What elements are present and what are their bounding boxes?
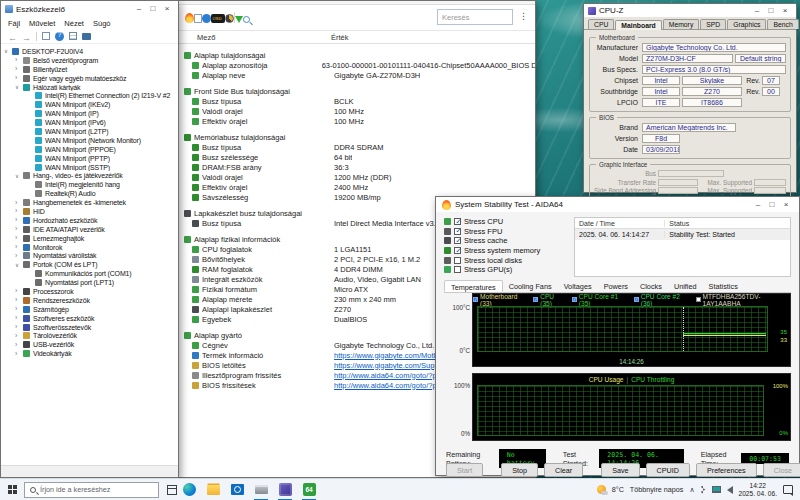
tree-item[interactable]: WAN Miniport (PPTP) — [1, 154, 178, 163]
dialog-button[interactable]: Start — [446, 463, 483, 477]
tree-item[interactable]: Rendszereszközök — [1, 296, 178, 305]
stress-checkbox[interactable] — [454, 237, 461, 244]
aida64-toolbar-icon[interactable] — [235, 16, 243, 23]
tree-item[interactable]: WAN Miniport (IP) — [1, 109, 178, 118]
tree-item[interactable]: WAN Miniport (IKEv2) — [1, 100, 178, 109]
taskbar-app-button[interactable] — [177, 479, 201, 500]
expander-icon[interactable] — [15, 341, 23, 349]
toolbar-icon[interactable] — [22, 27, 31, 45]
tree-item[interactable]: Belső vezérlőprogram — [1, 56, 178, 65]
taskbar-app-button[interactable] — [249, 479, 273, 500]
tray-expand-chevron-icon[interactable]: ∧ — [689, 486, 694, 494]
toolbar-icon[interactable] — [69, 32, 77, 40]
aida64-toolbar-icon[interactable] — [185, 13, 194, 23]
tab[interactable]: Cooling Fans — [503, 280, 558, 292]
toolbar-icon[interactable] — [36, 32, 37, 41]
device-manager-titlebar[interactable]: Eszközkezelő – □ × — [1, 1, 178, 17]
toolbar-icon[interactable] — [42, 32, 50, 40]
property-row[interactable]: Busz típusa BCLK — [179, 96, 535, 106]
expander-icon[interactable] — [15, 350, 23, 358]
maximize-icon[interactable]: □ — [764, 3, 778, 19]
tree-item[interactable]: Szoftverösszetevők — [1, 323, 178, 332]
expander-icon[interactable] — [15, 65, 23, 73]
taskbar-app-button[interactable]: 64 — [297, 479, 321, 500]
tree-item[interactable]: WAN Miniport (SSTP) — [1, 163, 178, 172]
tree-item[interactable]: Intel(R) megjelenítő hang — [1, 180, 178, 189]
tab[interactable]: Graphics — [727, 19, 766, 29]
tree-item[interactable]: Videokártyák — [1, 349, 178, 358]
dialog-button[interactable]: Close — [763, 463, 800, 477]
property-row[interactable]: Effektív órajel 100 MHz — [179, 116, 535, 126]
tree-item[interactable]: USB-vezérlők — [1, 340, 178, 349]
aida64-toolbar-icon[interactable] — [225, 14, 234, 23]
expander-icon[interactable] — [15, 207, 23, 215]
aida64-toolbar-icon[interactable] — [243, 16, 250, 23]
tree-item[interactable]: Hordozható eszközök — [1, 216, 178, 225]
dialog-button[interactable]: CPUID — [646, 463, 690, 477]
dialog-button[interactable]: Save — [601, 463, 639, 477]
expander-icon[interactable] — [15, 287, 23, 295]
minimize-icon[interactable]: – — [132, 1, 146, 17]
expander-icon[interactable] — [15, 243, 23, 251]
property-row[interactable]: Alaplap azonosítója 63-0100-000001-00101… — [179, 60, 535, 70]
search-input[interactable]: Keresés — [437, 9, 513, 25]
tree-item[interactable]: IDE ATA/ATAPI vezérlők — [1, 225, 178, 234]
tree-item[interactable]: Egér vagy egyéb mutatóeszköz — [1, 74, 178, 83]
aida64-toolbar-icon[interactable] — [202, 14, 211, 23]
tree-item[interactable]: DESKTOP-F2U0IV4 — [1, 47, 178, 56]
legend-checkbox[interactable] — [634, 297, 639, 302]
column-field[interactable]: Mező — [179, 33, 331, 42]
log-row[interactable]: 2025. 04. 06. 14:14:27 Stability Test: S… — [575, 229, 790, 240]
taskbar-app-button[interactable] — [225, 479, 249, 500]
expander-icon[interactable] — [15, 83, 23, 91]
stress-checkbox[interactable] — [454, 266, 461, 273]
close-icon[interactable]: × — [160, 1, 174, 17]
network-icon[interactable] — [712, 486, 721, 493]
legend-checkbox[interactable] — [473, 297, 478, 302]
legend-checkbox[interactable] — [572, 297, 577, 302]
stress-checkbox[interactable] — [454, 228, 461, 235]
property-group-header[interactable]: Memóriabusz tulajdonságai — [179, 132, 535, 142]
legend-checkbox[interactable] — [533, 297, 538, 302]
tree-item[interactable]: Nyomtatási port (LPT1) — [1, 278, 178, 287]
tab[interactable]: Mainboard — [615, 20, 661, 30]
tree-item[interactable]: Realtek(R) Audio — [1, 189, 178, 198]
column-value[interactable]: Érték — [331, 33, 349, 42]
taskbar-search-input[interactable]: Írjon ide a kereséshez — [24, 482, 159, 498]
stability-titlebar[interactable]: System Stability Test - AIDA64 – □ × — [436, 197, 799, 212]
tree-item[interactable]: Szoftveres eszközök — [1, 314, 178, 323]
tree-item[interactable]: Nyomtatási várólisták — [1, 251, 178, 260]
property-row[interactable]: Busz típusa DDR4 SDRAM — [179, 142, 535, 152]
expander-icon[interactable] — [15, 225, 23, 233]
tree-item[interactable]: WAN Miniport (PPPOE) — [1, 145, 178, 154]
expander-icon[interactable] — [15, 234, 23, 242]
tray-clock[interactable]: 14:22 2025. 04. 06. — [739, 482, 778, 497]
property-row[interactable]: Busz szélessége 64 bit — [179, 152, 535, 162]
tab[interactable]: Temperatures — [444, 280, 503, 292]
legend-checkbox[interactable] — [696, 297, 701, 302]
dialog-button[interactable]: Stop — [501, 463, 538, 477]
expander-icon[interactable] — [15, 74, 23, 82]
expander-icon[interactable] — [15, 216, 23, 224]
log-col-datetime[interactable]: Date / Time — [575, 220, 665, 227]
toolbar-icon[interactable] — [82, 33, 91, 40]
weather-icon[interactable] — [597, 485, 606, 494]
tree-item[interactable]: Kommunikációs port (COM1) — [1, 269, 178, 278]
tree-item[interactable]: Hálózati kártyák — [1, 83, 178, 92]
tab[interactable]: Clocks — [634, 280, 668, 292]
property-row[interactable]: DRAM:FSB arány 36:3 — [179, 162, 535, 172]
expander-icon[interactable] — [4, 47, 12, 55]
volume-icon[interactable] — [727, 486, 733, 494]
close-icon[interactable]: × — [779, 197, 793, 213]
toolbar-icon[interactable] — [55, 32, 64, 41]
tree-item[interactable]: WAN Miniport (IPv6) — [1, 118, 178, 127]
tab[interactable]: Unified — [668, 280, 703, 292]
minimize-icon[interactable]: – — [751, 197, 765, 213]
log-col-status[interactable]: Status — [665, 220, 693, 227]
property-row[interactable]: Effektív órajel 2400 MHz — [179, 182, 535, 192]
tree-item[interactable]: Számítógép — [1, 305, 178, 314]
stress-checkbox[interactable] — [454, 218, 461, 225]
expander-icon[interactable] — [15, 332, 23, 340]
aida64-toolbar-icon[interactable] — [211, 14, 225, 23]
expander-icon[interactable] — [15, 172, 23, 180]
